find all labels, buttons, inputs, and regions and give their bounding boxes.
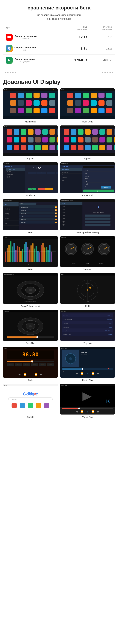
svg-rect-168	[60, 162, 115, 165]
svg-rect-94	[64, 137, 69, 142]
screenshot-box-google: 10:00 G Go o Google Search...	[3, 384, 58, 414]
svg-text:Services: Services	[62, 174, 67, 176]
dots-left	[5, 72, 16, 73]
svg-text:Key1: Key1	[62, 202, 65, 204]
svg-text:Dial: Dial	[62, 180, 64, 181]
screenshot-item-dsp: DSP Equalizer DSP	[3, 236, 58, 270]
dot	[102, 72, 103, 73]
svg-rect-321	[34, 248, 35, 262]
svg-text:125.3 km: 125.3 km	[107, 315, 112, 317]
svg-rect-297	[13, 243, 15, 262]
svg-text:Call Record: Call Record	[62, 172, 69, 173]
screenshot-label-dsp: DSP	[28, 268, 33, 270]
screenshot-item-trip-info: Trip Info Trip Distance125.3 kmAverage S…	[60, 310, 115, 344]
svg-text:Office_5G: Office_5G	[21, 210, 26, 211]
svg-text:2: 2	[41, 172, 42, 174]
svg-rect-285	[3, 236, 58, 238]
screenshot-item-main-menu-1: 10:00 ⚡ Main Menu	[3, 88, 58, 123]
svg-rect-311	[25, 242, 27, 262]
svg-rect-44	[91, 108, 97, 113]
svg-text:BT Phone: BT Phone	[62, 166, 68, 167]
svg-rect-95	[71, 137, 77, 142]
screenshot-label-main-menu-2: Main Menu	[82, 120, 93, 123]
speed-other: 13.9s	[90, 43, 115, 54]
svg-rect-91	[100, 129, 105, 134]
svg-rect-106	[92, 145, 98, 150]
svg-text:K: K	[106, 398, 110, 404]
svg-rect-287	[5, 252, 6, 262]
svg-point-359	[103, 248, 105, 250]
svg-rect-13	[10, 100, 16, 106]
svg-text:Neighbor: Neighbor	[21, 222, 26, 223]
svg-rect-313	[27, 247, 28, 262]
svg-text:Key7: Key7	[62, 221, 65, 222]
speed-ours: 12.1s	[61, 32, 90, 43]
svg-text:Bass: Bass	[73, 263, 76, 265]
svg-text:Avg Fuel Cons.: Avg Fuel Cons.	[63, 330, 71, 332]
svg-rect-389	[6, 336, 37, 338]
svg-text:⚙: ⚙	[98, 206, 100, 208]
screenshot-item-bass-enhancement: Bass Enhancement Bass Enhancement Bass E…	[3, 273, 58, 308]
svg-rect-392	[60, 310, 115, 312]
svg-rect-49	[3, 126, 58, 128]
svg-rect-63	[35, 137, 41, 142]
svg-rect-64	[42, 137, 48, 142]
screenshot-item-bt-phone: BT Phone Phone Book Phone BookCall Recor…	[3, 162, 58, 197]
svg-text:⏩: ⏩	[92, 372, 95, 375]
svg-point-351	[70, 248, 72, 250]
svg-text:Phone Book: Phone Book	[62, 169, 69, 170]
svg-rect-62	[28, 137, 33, 142]
screenshot-item-music-play: Music Play Song Title Artist Name ⏮⏪⏸⏩⏭ …	[60, 347, 115, 382]
svg-rect-299	[15, 250, 16, 262]
svg-text:⚡: ⚡	[53, 89, 54, 90]
svg-rect-325	[37, 251, 39, 262]
app-name-block: Скорость загрузкиGoogle play	[14, 58, 35, 62]
svg-rect-120	[3, 162, 58, 165]
svg-text:Fuel Used: Fuel Used	[63, 326, 69, 328]
screenshot-box-main-menu-1: 10:00 ⚡	[3, 88, 58, 119]
screenshot-box-app-list-2	[60, 126, 115, 156]
screenshot-box-bass-filter: Bass filter	[3, 310, 58, 340]
svg-rect-240	[19, 214, 57, 217]
svg-rect-335	[46, 247, 47, 262]
svg-rect-19	[10, 108, 16, 113]
screenshot-item-video-play: Video Play ⏮⏪⏸⏩⏭ K Video Play	[60, 384, 115, 418]
dot	[7, 72, 8, 73]
svg-text:WiFi: WiFi	[20, 203, 23, 204]
svg-text:Field: Field	[86, 301, 89, 302]
svg-rect-51	[6, 129, 12, 134]
svg-text:Services: Services	[7, 174, 13, 175]
svg-text:Key5: Key5	[62, 215, 65, 216]
svg-rect-32	[91, 93, 97, 98]
screenshot-label-google: Google	[27, 416, 34, 418]
speed-other: 19s	[90, 32, 115, 43]
screenshot-label-phone-book: Phone Book	[82, 194, 94, 197]
speed-comparison-section: сравнение скорости бега по сравнению с о…	[0, 0, 118, 69]
page-subtitle: по сравнению с обычной навигациейпри тех…	[3, 13, 115, 21]
svg-rect-319	[32, 243, 33, 262]
svg-text:Steering Wheel: Steering Wheel	[93, 212, 104, 213]
svg-text:⏪: ⏪	[23, 373, 26, 376]
svg-text:⏸: ⏸	[86, 410, 89, 413]
svg-text:95.0: 95.0	[41, 364, 44, 366]
svg-text:10:00: 10:00	[61, 89, 64, 90]
table-row: Скорость открытияMaps3.8s13.9s	[3, 43, 115, 54]
svg-text:97.6: 97.6	[49, 364, 52, 366]
svg-rect-29	[67, 93, 73, 98]
svg-rect-400	[62, 321, 113, 324]
svg-rect-30	[75, 93, 81, 98]
svg-text:92.4: 92.4	[33, 364, 36, 366]
svg-text:Storage: Storage	[4, 213, 9, 214]
svg-rect-60	[14, 137, 19, 142]
svg-text:6.5 L/100km: 6.5 L/100km	[105, 330, 112, 332]
svg-rect-98	[92, 137, 98, 142]
svg-text:Video Play: Video Play	[61, 384, 67, 386]
svg-text:📶: 📶	[55, 216, 57, 217]
screenshot-box-video-play: Video Play ⏮⏪⏸⏩⏭ K	[60, 384, 115, 414]
svg-text:Charlie: Charlie	[85, 175, 89, 177]
svg-text:WI-FI Settings: WI-FI Settings	[4, 200, 12, 201]
svg-text:Treble: Treble	[99, 263, 103, 265]
svg-rect-315	[29, 250, 30, 262]
svg-text:User: User	[4, 222, 7, 224]
svg-text:88.0: 88.0	[17, 364, 20, 366]
